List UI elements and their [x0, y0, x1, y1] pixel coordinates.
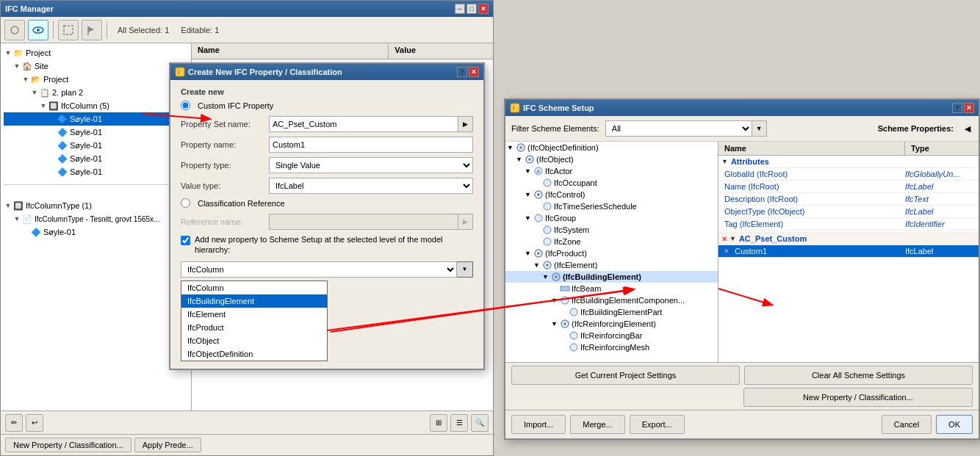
scheme-tree-ifcoccupant[interactable]: IfcOccupant — [505, 177, 718, 189]
prop-objecttype[interactable]: ObjectType (IfcObject) IfcLabel — [718, 206, 979, 218]
tree-item-soyle-03[interactable]: 🔷 Søyle-01 — [4, 139, 188, 152]
get-settings-btn[interactable]: Get Current Project Settings — [511, 366, 740, 385]
scheme-tree-ifcelement[interactable]: ▼ (IfcElement) — [505, 259, 718, 271]
tree-toggle[interactable]: ▼ — [39, 102, 48, 109]
hierarchy-combo-btn[interactable]: ▼ — [457, 261, 473, 278]
prop-globalid[interactable]: GlobalId (IfcRoot) IfcGloballyUn... — [718, 168, 979, 181]
tree-item-project[interactable]: ▼ 📁 Project — [4, 46, 188, 59]
pencil-btn[interactable]: ✏ — [5, 414, 23, 432]
scheme-tree-ifcbeam[interactable]: IfcBeam — [505, 283, 718, 294]
clear-settings-btn[interactable]: Clear All Scheme Settings — [744, 366, 973, 385]
scheme-tree-ifcreinforcingmesh[interactable]: IfcReinforcingMesh — [505, 341, 718, 353]
apply-predef-btn[interactable]: Apply Prede... — [134, 438, 201, 452]
scheme-tree-ifctimeseries[interactable]: IfcTimeSeriesSchedule — [505, 200, 718, 212]
scheme-tree-ifczone[interactable]: IfcZone — [505, 236, 718, 247]
tree-item-ifccolumn[interactable]: ▼ 🔲 IfcColumn (5) — [4, 99, 188, 112]
scheme-tree-ifcbuildingelementcomp[interactable]: ▼ IfcBuildingElementComponen... — [505, 294, 718, 306]
import-btn[interactable]: Import... — [511, 415, 566, 434]
prop-tag[interactable]: Tag (IfcElement) IfcIdentifier — [718, 218, 979, 231]
scheme-tree-ifcproduct[interactable]: ▼ (IfcProduct) — [505, 247, 718, 259]
scheme-tree-ifcobject[interactable]: ▼ (IfcObject) — [505, 153, 718, 165]
tree-item-coltype[interactable]: ▼ 🔲 IfcColumnType (1) — [4, 199, 188, 212]
property-set-input[interactable] — [269, 116, 458, 132]
tree-toggle[interactable]: ▼ — [4, 202, 12, 209]
scheme-tree-ifcbuildingelement[interactable]: ▼ (IfcBuildingElement) — [505, 271, 718, 283]
tree-item-soyle-type[interactable]: 🔷 Søyle-01 — [4, 225, 188, 239]
maximize-button[interactable]: □ — [466, 4, 477, 14]
cancel-btn[interactable]: Cancel — [882, 415, 932, 434]
tree-toggle[interactable]: ▼ — [30, 89, 39, 96]
ok-btn[interactable]: OK — [936, 415, 973, 434]
tree-toggle[interactable]: ▼ — [12, 62, 21, 70]
close-button[interactable]: ✕ — [478, 4, 489, 14]
pset-expander[interactable]: ✕ ▼ AC_Pset_Custom — [718, 232, 979, 245]
collapse-arrow[interactable]: ◀ — [962, 123, 973, 134]
scheme-close-btn[interactable]: ✕ — [964, 103, 974, 113]
prop-description[interactable]: Description (IfcRoot) IfcText — [718, 193, 979, 206]
select-btn[interactable] — [58, 20, 79, 40]
custom-ifc-radio[interactable] — [181, 101, 190, 110]
tree-toggle[interactable]: ▼ — [21, 76, 30, 83]
undo-btn[interactable]: ↩ — [26, 414, 43, 432]
minimize-button[interactable]: ─ — [455, 4, 465, 14]
scheme-tree-ifcreinforcingbar[interactable]: IfcReinforcingBar — [505, 330, 718, 341]
tree-toggle[interactable]: ▼ — [4, 49, 12, 57]
merge-btn[interactable]: Merge... — [570, 415, 624, 434]
eye-btn[interactable] — [28, 20, 48, 40]
tree-item-soyle-04[interactable]: 🔷 Søyle-01 — [4, 152, 188, 165]
dropdown-item-ifcelement[interactable]: IfcElement — [181, 308, 327, 321]
scheme-tree-ifcobjectdefinition[interactable]: ▼ (IfcObjectDefinition) — [505, 142, 718, 153]
tree-item-site[interactable]: ▼ 🏠 Site — [4, 59, 188, 73]
hierarchy-combo[interactable]: IfcColumn — [181, 261, 457, 278]
tree-item-plan[interactable]: ▼ 📋 2. plan 2 — [4, 86, 188, 99]
filter-select[interactable]: All — [605, 120, 752, 137]
filter-arrow[interactable]: ▼ — [752, 120, 767, 137]
classification-radio[interactable] — [181, 198, 190, 208]
svg-point-35 — [570, 344, 577, 351]
export-btn[interactable]: Export... — [630, 415, 685, 434]
tree-item-soyle-01-sel[interactable]: 🔷 Søyle-01 — [4, 112, 188, 126]
tree-toggle[interactable]: ▼ — [12, 215, 21, 222]
attributes-expander[interactable]: ▼ Attributes — [718, 156, 979, 168]
scheme-tree-panel[interactable]: ▼ (IfcObjectDefinition) ▼ (IfcObject) ▼ … — [505, 142, 718, 362]
property-name-input[interactable] — [269, 137, 473, 153]
add-to-scheme-checkbox[interactable] — [181, 236, 190, 245]
scheme-help-btn[interactable]: ? — [952, 103, 962, 113]
dropdown-item-ifccolumn[interactable]: IfcColumn — [181, 281, 327, 294]
tree-item-soyle-02[interactable]: 🔷 Søyle-01 — [4, 126, 188, 139]
list-btn[interactable]: ☰ — [450, 414, 468, 432]
tree-toggle[interactable] — [48, 142, 57, 149]
scheme-tree-ifcactor[interactable]: ▼ A IfcActor — [505, 165, 718, 177]
scheme-tree-ifcreinforcingelement[interactable]: ▼ (IfcReinforcingElement) — [505, 318, 718, 330]
tree-toggle[interactable] — [48, 115, 57, 123]
scheme-tree-ifccontrol[interactable]: ▼ (IfcControl) — [505, 189, 718, 200]
tree-toggle[interactable] — [21, 228, 30, 236]
prop-name[interactable]: Name (IfcRoot) IfcLabel — [718, 181, 979, 193]
scheme-tree-ifcsystem[interactable]: IfcSystem — [505, 224, 718, 236]
search-btn[interactable]: 🔍 — [471, 414, 489, 432]
new-prop-class-btn[interactable]: New Property / Classification... — [743, 388, 973, 407]
tree-item-soyle-05[interactable]: 🔷 Søyle-01 — [4, 165, 188, 178]
scheme-tree-ifcgroup[interactable]: ▼ IfcGroup — [505, 212, 718, 224]
dropdown-item-ifcobject[interactable]: IfcObject — [181, 334, 327, 347]
property-type-select[interactable]: Single Value — [269, 157, 473, 173]
settings-btn[interactable]: ⊞ — [430, 414, 447, 432]
value-type-select[interactable]: IfcLabel — [269, 178, 473, 194]
flag-btn[interactable] — [82, 20, 102, 40]
tree-panel[interactable]: ▼ 📁 Project ▼ 🏠 Site ▼ 📂 Project ▼ 📋 2. … — [1, 43, 192, 410]
dialog-help-btn[interactable]: ? — [457, 67, 467, 77]
dropdown-item-ifcproduct[interactable]: IfcProduct — [181, 321, 327, 334]
property-set-arrow-btn[interactable]: ▶ — [458, 116, 473, 132]
scheme-tree-ifcbuildingelementpart[interactable]: IfcBuildingElementPart — [505, 306, 718, 318]
tree-item-project2[interactable]: ▼ 📂 Project — [4, 73, 188, 86]
tree-toggle[interactable] — [48, 168, 57, 175]
tree-item-coltype-inst[interactable]: ▼ 📄 IfcColumnType - Tesnitt, grovt 1565x… — [4, 212, 188, 225]
dropdown-item-ifcobjectdefinition[interactable]: IfcObjectDefinition — [181, 347, 327, 361]
circle-btn[interactable] — [4, 20, 25, 40]
dialog-close-btn[interactable]: ✕ — [469, 67, 479, 77]
prop-custom1[interactable]: ✕ Custom1 IfcLabel — [718, 245, 979, 258]
new-property-btn[interactable]: New Property / Classification... — [5, 438, 131, 452]
tree-toggle[interactable] — [48, 129, 57, 136]
tree-toggle[interactable] — [48, 155, 57, 162]
dropdown-item-ifcbuildingelement[interactable]: IfcBuildingElement — [181, 294, 327, 308]
